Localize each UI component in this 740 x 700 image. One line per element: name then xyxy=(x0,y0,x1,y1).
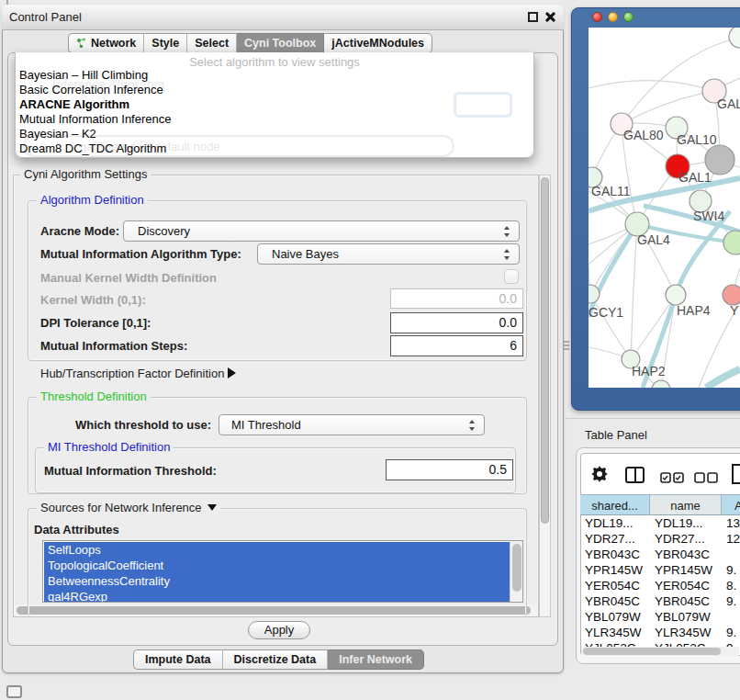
table-cell[interactable]: YLR345W xyxy=(585,625,649,640)
collapse-down-icon[interactable] xyxy=(207,504,217,511)
panel-splitter-handle[interactable] xyxy=(564,341,569,349)
network-edge-highlighted[interactable] xyxy=(589,224,637,317)
control-panel-tabs: NetworkStyleSelectCyni ToolboxjActiveMNo… xyxy=(68,33,432,53)
columns-icon[interactable] xyxy=(625,467,645,483)
table-cell[interactable]: YLR345W xyxy=(655,625,721,640)
control-panel-titlebar xyxy=(2,5,564,30)
manual-kernel-checkbox[interactable] xyxy=(504,269,519,284)
mi-type-combo[interactable]: Naive Bayes xyxy=(257,243,520,265)
expand-right-icon[interactable] xyxy=(228,367,236,378)
manual-kernel-label: Manual Kernel Width Definition xyxy=(40,271,217,285)
algorithm-option[interactable]: Basic Correlation Inference xyxy=(19,83,163,97)
table-cell[interactable]: YPR145W xyxy=(585,562,649,578)
gear-icon[interactable] xyxy=(591,466,608,486)
settings-vertical-scrollbar-thumb[interactable] xyxy=(541,177,549,524)
tab-infer-network[interactable]: Infer Network xyxy=(328,649,424,670)
mi-steps-input[interactable]: 6 xyxy=(390,335,523,356)
mi-type-label: Mutual Information Algorithm Type: xyxy=(40,247,241,261)
mi-threshold-group-title: MI Threshold Definition xyxy=(44,441,174,454)
data-attributes-list[interactable]: SelfLoopsTopologicalCoefficientBetweenne… xyxy=(42,540,523,603)
tab-network[interactable]: Network xyxy=(68,33,144,53)
table-cell[interactable]: YBL079W xyxy=(655,609,721,625)
which-threshold-combo[interactable]: MI Threshold xyxy=(219,414,485,435)
close-icon[interactable] xyxy=(544,11,556,23)
tab-discretize-data[interactable]: Discretize Data xyxy=(223,649,329,670)
table-cell[interactable]: 9. xyxy=(726,625,740,640)
zoom-traffic-light[interactable] xyxy=(623,12,633,22)
table-header-A[interactable]: A xyxy=(722,494,740,515)
collapsed-panel-icon[interactable] xyxy=(6,685,22,698)
network-edge-highlighted[interactable] xyxy=(706,369,740,388)
list-scrollbar-thumb[interactable] xyxy=(512,544,521,592)
combo-arrows-icon xyxy=(504,225,510,238)
close-traffic-light[interactable] xyxy=(592,12,602,22)
table-header-shared...[interactable]: shared... xyxy=(580,494,650,515)
table-cell[interactable]: YBR043C xyxy=(655,547,721,562)
network-canvas[interactable]: GALGAL80GAL10GAL1GAL11SWI4GAL4GCY1HAP4YH… xyxy=(589,28,740,388)
dropdown-placeholder: Select algorithm to view settings xyxy=(16,55,533,69)
network-node-y[interactable] xyxy=(723,285,740,305)
network-node[interactable] xyxy=(723,231,740,254)
network-node-hap4[interactable] xyxy=(666,285,686,305)
algorithm-option[interactable]: ARACNE Algorithm xyxy=(19,97,129,112)
attribute-item[interactable]: BetweennessCentrality xyxy=(44,573,510,589)
aracne-mode-combo[interactable]: Discovery xyxy=(123,220,520,242)
node-label: GAL4 xyxy=(637,232,670,247)
tab-jactivemnodules[interactable]: jActiveMNodules xyxy=(324,33,432,53)
network-edge[interactable] xyxy=(631,224,637,359)
tab-style[interactable]: Style xyxy=(144,33,187,53)
table-header-name[interactable]: name xyxy=(650,494,722,515)
mi-threshold-input[interactable]: 0.5 xyxy=(386,459,513,480)
network-edge[interactable] xyxy=(631,295,676,359)
network-edge[interactable] xyxy=(622,91,714,124)
table-cell[interactable]: 9. xyxy=(726,562,740,578)
attribute-item[interactable]: gal4RGexp xyxy=(44,589,510,603)
algorithm-dropdown: Inference Algorithm galFiltered.sif defa… xyxy=(15,52,534,158)
tab-select[interactable]: Select xyxy=(187,33,237,53)
table-cell[interactable]: 8. xyxy=(726,578,740,593)
which-threshold-label: Which threshold to use: xyxy=(75,418,211,432)
algorithm-option[interactable]: Bayesian – Hill Climbing xyxy=(19,68,148,83)
deselect-all-columns-icon[interactable] xyxy=(694,470,718,487)
tab-impute-data[interactable]: Impute Data xyxy=(133,649,223,670)
kernel-width-input[interactable]: 0.0 xyxy=(390,288,523,309)
table-cell[interactable]: YPR145W xyxy=(655,562,721,578)
hub-factor-label[interactable]: Hub/Transcription Factor Definition xyxy=(40,367,224,380)
table-cell[interactable]: YBL079W xyxy=(585,609,649,625)
table-cell[interactable]: YDR27... xyxy=(655,531,721,547)
table-cell[interactable]: 9. xyxy=(726,593,740,609)
node-label: GAL11 xyxy=(591,184,631,198)
table-cell[interactable]: YBR043C xyxy=(585,547,649,562)
table-cell[interactable]: YBR045C xyxy=(585,593,649,609)
minimize-traffic-light[interactable] xyxy=(608,12,618,22)
table-cell[interactable]: YDL19... xyxy=(655,515,721,531)
network-node[interactable] xyxy=(652,380,670,388)
apply-button[interactable]: Apply xyxy=(248,621,310,639)
sources-group-title[interactable]: Sources for Network Inference xyxy=(37,502,220,514)
table-cell[interactable]: YDR27... xyxy=(585,531,649,547)
algorithm-option[interactable]: Dream8 DC_TDC Algorithm xyxy=(19,141,166,156)
table-panel-separator xyxy=(566,418,740,419)
node-label: Y xyxy=(730,303,739,318)
tab-cyni-toolbox[interactable]: Cyni Toolbox xyxy=(237,33,324,53)
list-vertical-scrollbar[interactable] xyxy=(510,541,523,602)
export-table-icon[interactable] xyxy=(732,464,740,488)
select-all-columns-icon[interactable] xyxy=(660,470,684,487)
dpi-tolerance-input[interactable]: 0.0 xyxy=(390,312,523,333)
algorithm-option[interactable]: Bayesian – K2 xyxy=(19,127,96,141)
aracne-mode-value: Discovery xyxy=(138,224,190,238)
table-cell[interactable]: 12 xyxy=(726,531,740,547)
table-cell[interactable]: YDL19... xyxy=(585,515,649,531)
table-cell[interactable]: YER054C xyxy=(585,578,649,593)
attribute-item[interactable]: TopologicalCoefficient xyxy=(44,558,510,573)
table-cell[interactable]: YER054C xyxy=(655,578,721,593)
table-cell[interactable]: YBR045C xyxy=(655,593,721,609)
algorithm-option[interactable]: Mutual Information Inference xyxy=(19,112,171,127)
network-node[interactable] xyxy=(729,28,740,48)
network-node[interactable] xyxy=(705,145,734,175)
threshold-definition-title: Threshold Definition xyxy=(37,390,151,403)
float-window-icon[interactable] xyxy=(528,12,538,22)
table-scrollbar-thumb[interactable] xyxy=(583,648,721,655)
attribute-item[interactable]: SelfLoops xyxy=(44,542,510,558)
table-cell[interactable]: 13 xyxy=(726,515,740,531)
